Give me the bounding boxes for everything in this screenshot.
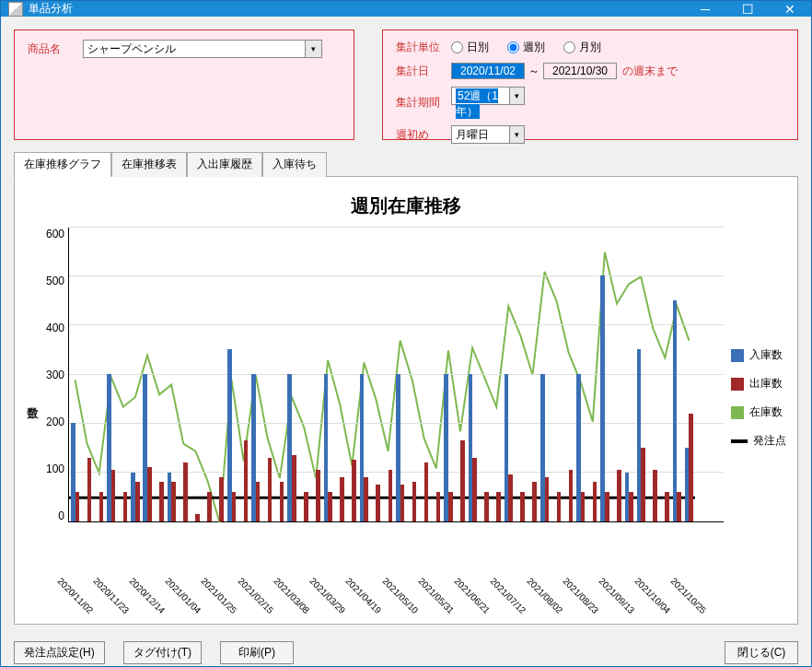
weekstart-label: 週初め [396, 127, 451, 143]
tabs: 在庫推移グラフ 在庫推移表 入出庫履歴 入庫待ち [14, 151, 798, 177]
plot-area [68, 228, 724, 522]
period-select[interactable]: 52週（1年） ▾ [451, 87, 525, 118]
x-tick-labels: 2020/11/022020/11/232020/12/142021/01/04… [61, 568, 788, 624]
print-button[interactable]: 印刷(P) [220, 641, 294, 664]
date-to[interactable]: 2021/10/30 [543, 63, 617, 79]
product-label: 商品名 [28, 41, 83, 57]
period-label: 集計期間 [396, 95, 451, 111]
date-suffix: の週末まで [622, 64, 678, 79]
chart-panel: 週別在庫推移 数量 6005004003002001000 入庫数 出庫数 在庫… [14, 177, 798, 625]
product-panel: 商品名 ▾ [14, 29, 354, 140]
tab-history[interactable]: 入出庫履歴 [187, 152, 262, 177]
chevron-down-icon[interactable]: ▾ [509, 126, 524, 143]
tag-button[interactable]: タグ付け(T) [123, 641, 202, 664]
close-button[interactable]: ✕ [769, 1, 811, 17]
unit-label: 集計単位 [396, 40, 451, 55]
product-input[interactable] [83, 40, 322, 58]
legend: 入庫数 出庫数 在庫数 発注点 [724, 228, 788, 568]
date-from[interactable]: 2020/11/02 [451, 63, 525, 79]
legend-in: 入庫数 [731, 347, 788, 363]
radio-weekly[interactable]: 週別 [507, 40, 545, 55]
aggregation-panel: 集計単位 日別 週別 月別 集計日 2020/11/02 ～ 2021/10/3… [382, 29, 798, 140]
legend-reorder: 発注点 [731, 433, 788, 449]
tab-graph[interactable]: 在庫推移グラフ [14, 152, 111, 177]
legend-stock: 在庫数 [731, 404, 788, 420]
legend-out: 出庫数 [731, 376, 788, 392]
date-label: 集計日 [396, 64, 451, 79]
radio-monthly[interactable]: 月別 [563, 40, 601, 55]
tab-pending[interactable]: 入庫待ち [262, 152, 327, 177]
window-title: 単品分析 [29, 1, 684, 17]
product-select[interactable]: ▾ [83, 40, 322, 58]
titlebar: 単品分析 ─ ☐ ✕ [1, 1, 811, 17]
tab-table[interactable]: 在庫推移表 [111, 152, 187, 177]
minimize-button[interactable]: ─ [684, 1, 726, 17]
weekstart-select[interactable]: 月曜日 ▾ [451, 125, 525, 144]
close-dialog-button[interactable]: 閉じる(C) [725, 641, 798, 664]
maximize-button[interactable]: ☐ [726, 1, 769, 17]
reorder-settings-button[interactable]: 発注点設定(H) [14, 641, 105, 664]
y-tick-labels: 6005004003002001000 [46, 228, 68, 522]
radio-daily[interactable]: 日別 [451, 40, 489, 55]
chevron-down-icon[interactable]: ▾ [509, 88, 524, 104]
chevron-down-icon[interactable]: ▾ [305, 41, 321, 57]
app-icon [8, 2, 23, 17]
chart-title: 週別在庫推移 [24, 193, 788, 218]
